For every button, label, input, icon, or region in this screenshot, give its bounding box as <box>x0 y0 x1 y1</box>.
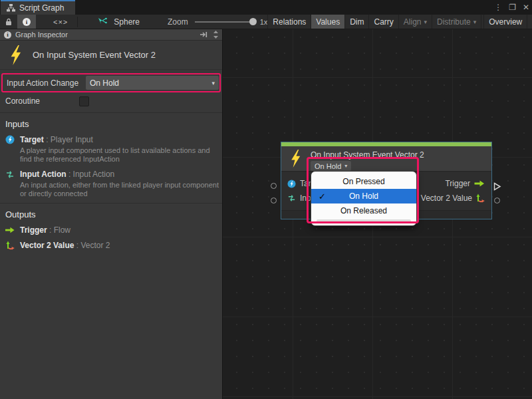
zoom-value: 1x <box>260 18 268 26</box>
node-title: On Input System Event Vector 2 <box>311 150 424 160</box>
distribute-button[interactable]: Distribute▾ <box>432 15 481 29</box>
event-bolt-icon <box>289 150 301 168</box>
window-close-icon[interactable]: ✕ <box>523 3 529 12</box>
zoom-slider-knob[interactable] <box>249 18 257 25</box>
inspector-node-title-row: On Input System Event Vector 2 <box>0 41 222 70</box>
outputs-section-header: Outputs <box>0 203 222 219</box>
title-tab-bar: Script Graph ⋮ ❐ ✕ <box>0 0 532 15</box>
node-header[interactable]: On Input System Event Vector 2 On Hold ▾ <box>281 146 491 172</box>
node-port-label: Vector 2 Value <box>421 194 472 203</box>
overview-button[interactable]: Overview <box>483 15 527 29</box>
output-port-trigger: TriggerFlow <box>0 219 222 235</box>
target-icon <box>287 180 296 188</box>
full-screen-button[interactable]: Full Screen <box>527 15 532 29</box>
port-description: A player input component used to list av… <box>20 146 221 164</box>
inputs-section-header: Inputs <box>0 113 222 129</box>
info-icon: i <box>4 31 11 39</box>
coroutine-row: Coroutine <box>0 94 222 108</box>
dock-panel-icon[interactable] <box>200 31 207 39</box>
graph-toolbar: i <×> Sphere Zoom 1x Relations Values Di… <box>0 15 532 29</box>
align-button[interactable]: Align▾ <box>398 15 432 29</box>
input-port-connector[interactable] <box>271 183 277 189</box>
lock-icon <box>5 18 12 26</box>
coroutine-checkbox[interactable] <box>79 96 89 106</box>
vector2-icon <box>476 194 485 203</box>
event-bolt-icon <box>8 45 22 65</box>
menu-item-on-hold[interactable]: ✓ On Hold <box>311 189 416 203</box>
values-button[interactable]: Values <box>311 15 344 29</box>
input-port-input-action: Input ActionInput Action An input action… <box>0 164 222 198</box>
chevron-down-icon: ▾ <box>211 80 215 86</box>
graph-inspector-header: i Graph Inspector <box>0 29 222 41</box>
menu-item-on-released[interactable]: On Released <box>311 203 416 218</box>
graph-inspector-panel: i Graph Inspector On Input System Event … <box>0 29 223 399</box>
tab-label: Script Graph <box>19 3 64 13</box>
node-port-label: Trigger <box>445 179 470 188</box>
event-type-dropdown-menu: On Pressed ✓ On Hold On Released <box>311 171 417 226</box>
chevron-down-icon: ▾ <box>473 19 477 25</box>
input-action-change-row-highlight: Input Action Change On Hold ▾ <box>1 73 221 92</box>
carry-button[interactable]: Carry <box>368 15 398 29</box>
spinner-arrows-icon[interactable] <box>211 31 219 39</box>
input-action-icon <box>5 170 15 179</box>
graph-canvas[interactable]: On Input System Event Vector 2 On Hold ▾… <box>223 29 532 399</box>
graph-pointer-icon <box>98 17 107 26</box>
inspector-node-title: On Input System Event Vector 2 <box>33 50 156 60</box>
code-icon: <×> <box>53 18 68 26</box>
port-description: An input action, either from the linked … <box>20 181 221 198</box>
zoom-label: Zoom <box>168 17 188 27</box>
tab-script-graph[interactable]: Script Graph <box>1 0 75 15</box>
relations-button[interactable]: Relations <box>267 15 311 29</box>
trigger-arrow-icon <box>474 180 485 187</box>
window-more-icon[interactable]: ⋮ <box>494 3 502 12</box>
lock-button[interactable] <box>0 15 17 29</box>
menu-item-on-pressed[interactable]: On Pressed <box>311 174 416 189</box>
script-graph-icon <box>7 4 15 12</box>
vector2-icon <box>5 241 15 250</box>
window-maximize-icon[interactable]: ❐ <box>509 3 516 12</box>
vector2-output-connector[interactable] <box>494 198 500 203</box>
toolbar-separator <box>77 17 78 27</box>
input-port-connector[interactable] <box>271 198 277 203</box>
graph-target-sphere[interactable]: Sphere <box>92 15 145 29</box>
sphere-label: Sphere <box>114 17 140 27</box>
input-action-icon <box>287 194 296 202</box>
output-port-vector2: Vector 2 ValueVector 2 <box>0 235 222 250</box>
input-action-change-label: Input Action Change <box>3 78 83 88</box>
menu-scroll-strip <box>317 219 411 223</box>
chevron-down-icon: ▾ <box>344 163 347 169</box>
trigger-output-connector[interactable] <box>493 182 501 194</box>
input-port-target: TargetPlayer Input A player input compon… <box>0 129 222 164</box>
inspector-toggle-button[interactable]: i <box>17 15 36 29</box>
zoom-slider[interactable] <box>195 21 253 23</box>
chevron-down-icon: ▾ <box>424 19 428 25</box>
check-icon: ✓ <box>319 192 326 201</box>
trigger-arrow-icon <box>5 227 15 233</box>
target-icon <box>5 135 15 144</box>
graph-inspector-title: Graph Inspector <box>15 31 68 39</box>
info-icon: i <box>23 18 31 26</box>
api-code-button[interactable]: <×> <box>48 15 73 29</box>
node-event-type-dropdown[interactable]: On Hold ▾ <box>311 161 351 171</box>
coroutine-label: Coroutine <box>0 96 79 106</box>
input-action-change-dropdown[interactable]: On Hold ▾ <box>86 76 219 90</box>
dim-button[interactable]: Dim <box>344 15 368 29</box>
